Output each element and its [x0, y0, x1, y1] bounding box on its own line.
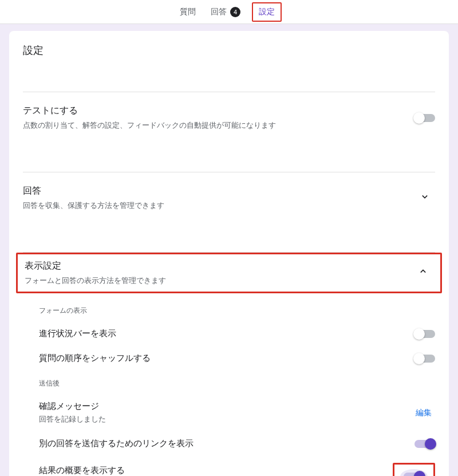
progress-bar-toggle[interactable] — [414, 330, 435, 338]
confirmation-value: 回答を記録しました — [39, 414, 106, 424]
presentation-settings: フォームの表示 進行状況バーを表示 質問の順序をシャッフルする 送信後 確認メッ… — [23, 293, 435, 476]
settings-card: 設定 テストにする 点数の割り当て、解答の設定、フィードバックの自動提供が可能に… — [9, 31, 449, 476]
quiz-desc: 点数の割り当て、解答の設定、フィードバックの自動提供が可能になります — [23, 120, 276, 131]
presentation-header-highlight: 表示設定 フォームと回答の表示方法を管理できます — [16, 253, 442, 293]
responses-title: 回答 — [23, 185, 164, 197]
quiz-toggle[interactable] — [414, 114, 435, 122]
presentation-collapse[interactable] — [413, 262, 433, 284]
shuffle-toggle[interactable] — [414, 355, 435, 363]
section-responses: 回答 回答を収集、保護する方法を管理できます — [23, 172, 435, 223]
submit-another-label: 別の回答を送信するためのリンクを表示 — [39, 438, 194, 449]
responses-desc: 回答を収集、保護する方法を管理できます — [23, 200, 164, 211]
section-quiz: テストにする 点数の割り当て、解答の設定、フィードバックの自動提供が可能になりま… — [23, 92, 435, 143]
row-confirmation: 確認メッセージ 回答を記録しました 編集 — [39, 394, 435, 431]
chevron-up-icon — [417, 266, 429, 277]
form-display-group-label: フォームの表示 — [39, 306, 435, 316]
progress-bar-label: 進行状況バーを表示 — [39, 328, 116, 339]
row-shuffle: 質問の順序をシャッフルする — [39, 346, 435, 371]
confirmation-title: 確認メッセージ — [39, 401, 106, 412]
tab-settings[interactable]: 設定 — [252, 2, 282, 22]
tab-responses-label: 回答 — [211, 7, 227, 17]
tab-questions[interactable]: 質問 — [176, 1, 199, 23]
submit-another-toggle[interactable] — [414, 440, 435, 448]
tabs-bar: 質問 回答 4 設定 — [0, 0, 458, 24]
section-presentation: 表示設定 フォームと回答の表示方法を管理できます フォームの表示 進行状況バーを… — [23, 252, 435, 476]
row-show-summary: 結果の概要を表示する 結果の概要を回答者と共有できます。 重要情報 — [39, 456, 435, 476]
show-summary-toggle[interactable] — [404, 473, 424, 476]
show-summary-toggle-highlight — [393, 463, 435, 476]
after-submit-group-label: 送信後 — [39, 379, 435, 388]
responses-expand[interactable] — [414, 187, 435, 209]
row-progress-bar: 進行状況バーを表示 — [39, 321, 435, 346]
quiz-title: テストにする — [23, 105, 276, 117]
toggle-halo — [400, 469, 428, 476]
presentation-desc: フォームと回答の表示方法を管理できます — [25, 276, 166, 286]
page-title: 設定 — [23, 44, 435, 57]
tab-responses[interactable]: 回答 4 — [207, 1, 244, 23]
edit-confirmation-link[interactable]: 編集 — [412, 406, 435, 420]
shuffle-label: 質問の順序をシャッフルする — [39, 353, 151, 364]
chevron-down-icon — [419, 191, 431, 202]
row-submit-another: 別の回答を送信するためのリンクを表示 — [39, 431, 435, 456]
presentation-title: 表示設定 — [25, 260, 166, 272]
responses-count-badge: 4 — [230, 7, 240, 17]
show-summary-label: 結果の概要を表示する — [39, 465, 202, 476]
